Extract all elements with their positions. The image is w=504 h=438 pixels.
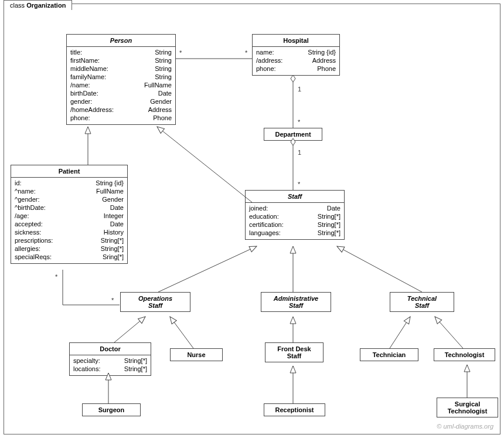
svg-line-7 <box>337 246 422 292</box>
frame-label: class Organization <box>4 0 72 10</box>
svg-line-8 <box>114 317 145 342</box>
svg-line-4 <box>157 127 252 202</box>
svg-line-5 <box>158 246 257 292</box>
svg-line-9 <box>170 317 193 348</box>
frame-keyword: class <box>10 2 25 9</box>
svg-line-11 <box>390 317 410 348</box>
svg-line-12 <box>435 317 463 348</box>
frame-name: Organization <box>26 2 66 9</box>
connectors <box>0 0 504 438</box>
uml-frame: class Organization <box>0 0 504 438</box>
